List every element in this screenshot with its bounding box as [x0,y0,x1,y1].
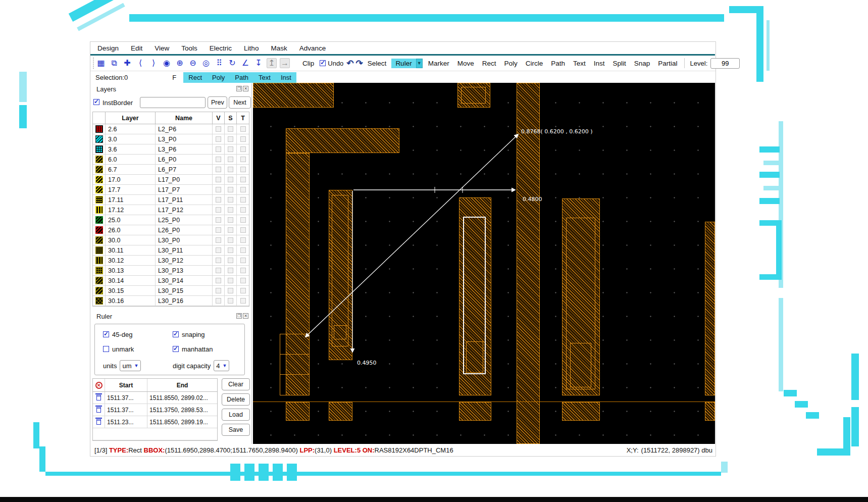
layer-row[interactable]: 25.0 L25_P0 [93,215,249,225]
layer-row[interactable]: 17.0 L17_P0 [93,175,249,185]
option-checkbox[interactable] [173,331,179,337]
ruler-option[interactable]: unmark [103,344,173,354]
visible-checkbox[interactable] [216,298,221,304]
toolbar-button[interactable]: Circle [522,59,547,68]
select-checkbox[interactable] [228,136,233,142]
undo-checkbox[interactable] [320,60,326,66]
toolbar-icon[interactable]: ⟨ [135,59,145,68]
layer-swatch[interactable] [95,246,103,254]
option-checkbox[interactable] [103,331,109,337]
select-checkbox[interactable] [228,146,233,152]
t-checkbox[interactable] [240,197,246,203]
layer-row[interactable]: 2.6 L2_P6 [93,124,249,134]
layer-row[interactable]: 30.14 L30_P14 [93,276,249,286]
ruler-row[interactable]: 1511.37... 1511.3750, 2898.53... [93,404,217,416]
select-checkbox[interactable] [228,247,233,253]
toolbar-icon[interactable]: ↧ [253,59,264,68]
selection-mode-button[interactable]: Inst [276,74,296,81]
select-checkbox[interactable] [228,126,233,132]
toolbar-icon[interactable]: ∠ [240,59,250,68]
select-checkbox[interactable] [228,187,233,192]
layer-row[interactable]: 30.13 L30_P13 [93,266,249,276]
layer-row[interactable]: 17.7 L17_P7 [93,185,249,195]
visible-checkbox[interactable] [216,288,221,293]
t-checkbox[interactable] [240,177,246,182]
layer-swatch[interactable] [95,196,103,204]
layer-swatch[interactable] [95,297,103,305]
select-checkbox[interactable] [228,268,233,273]
clip-button[interactable]: Clip [302,60,314,67]
toolbar-icon[interactable]: ✚ [122,59,132,68]
ruler-close-icon[interactable] [243,313,248,319]
select-checkbox[interactable] [228,207,233,213]
t-checkbox[interactable] [240,126,246,132]
t-checkbox[interactable] [240,136,246,142]
ruler-option[interactable]: snaping [173,329,242,339]
toolbar-button[interactable]: Marker [424,59,453,68]
layer-filter-input[interactable] [140,97,206,108]
menu-item[interactable]: Tools [181,44,197,52]
toolbar-button[interactable]: Text [569,59,590,68]
visible-checkbox[interactable] [216,268,221,273]
visible-checkbox[interactable] [216,146,221,152]
layer-row[interactable]: 30.12 L30_P12 [93,256,249,266]
option-checkbox[interactable] [173,346,179,352]
select-checkbox[interactable] [228,157,233,162]
toolbar-icon[interactable]: ◉ [162,59,172,68]
toolbar-icon[interactable]: ▦ [96,59,106,68]
toolbar-icon[interactable]: ◎ [201,59,211,68]
toolbar-icon[interactable]: ⧉ [109,59,119,68]
visible-checkbox[interactable] [216,136,221,142]
ruler-restore-icon[interactable] [236,313,242,319]
prev-button[interactable]: Prev [208,96,227,109]
ruler-option[interactable]: 45-deg [103,329,173,339]
visible-checkbox[interactable] [216,207,221,213]
layer-row[interactable]: 3.6 L3_P6 [93,144,249,155]
layer-row[interactable]: 26.0 L26_P0 [93,225,249,235]
level-input[interactable] [710,58,740,69]
select-checkbox[interactable] [228,278,233,283]
t-checkbox[interactable] [240,298,246,304]
layer-swatch[interactable] [95,135,103,143]
t-checkbox[interactable] [240,268,246,273]
t-checkbox[interactable] [240,258,246,263]
trash-icon[interactable] [96,395,101,400]
layout-canvas[interactable]: 0.8768( 0.6200 , 0.6200 ) 0.4800 0.4950 [253,83,715,444]
selection-mode-button[interactable]: Rect [183,74,207,81]
visible-checkbox[interactable] [216,247,221,253]
t-checkbox[interactable] [240,227,246,233]
load-button[interactable]: Load [222,409,250,421]
layer-swatch[interactable] [95,226,103,234]
visible-checkbox[interactable] [216,237,221,243]
units-dropdown[interactable]: um ▼ [120,360,141,371]
layer-swatch[interactable] [95,216,103,224]
toolbar-icon[interactable]: ⟩ [148,59,159,68]
ruler-row[interactable]: 1511.23... 1511.8550, 2899.19... [93,416,217,428]
filter-f-label[interactable]: F [172,74,176,81]
t-checkbox[interactable] [240,247,246,253]
visible-checkbox[interactable] [216,258,221,263]
layer-swatch[interactable] [95,156,103,163]
t-checkbox[interactable] [240,288,246,293]
select-button[interactable]: Select [368,60,387,67]
toolbar-icon[interactable]: → [280,58,290,68]
t-checkbox[interactable] [240,278,246,283]
clear-button[interactable]: Clear [222,378,250,390]
undo-toggle[interactable]: Undo [320,60,343,67]
menu-item[interactable]: Mask [271,44,287,52]
undo-arrow-icon[interactable]: ↶ [346,58,353,69]
visible-checkbox[interactable] [216,278,221,283]
toolbar-drag-handle[interactable] [93,58,94,69]
next-button[interactable]: Next [229,96,251,109]
menu-item[interactable]: Design [97,44,119,52]
selection-mode-button[interactable]: Text [253,74,276,81]
layer-row[interactable]: 30.15 L30_P15 [93,286,249,296]
layers-restore-icon[interactable] [236,86,242,91]
menu-item[interactable]: Edit [131,44,142,52]
toolbar-icon[interactable]: ⠿ [214,59,224,68]
layer-swatch[interactable] [95,287,103,294]
toolbar-icon[interactable]: ⊖ [188,59,198,68]
layer-row[interactable]: 6.0 L6_P0 [93,155,249,165]
layers-close-icon[interactable] [243,86,248,91]
visible-checkbox[interactable] [216,197,221,203]
